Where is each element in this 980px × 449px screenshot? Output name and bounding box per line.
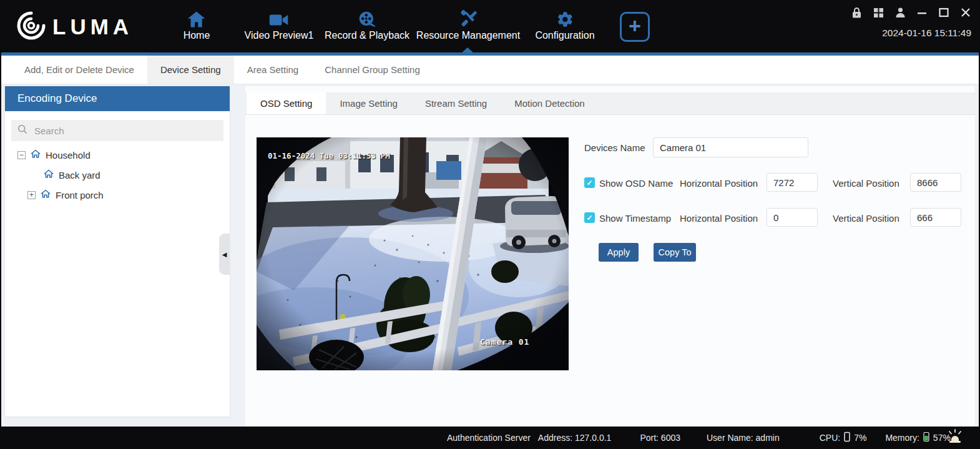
subtab-add-edit-delete-device[interactable]: Add, Edit or Delete Device [11,56,147,84]
tools-icon [458,8,478,28]
window-controls [850,6,973,19]
lock-icon[interactable] [850,6,863,19]
app-window: LUMA Home Video Preview1 [0,0,980,449]
house-icon [41,189,51,200]
nav-record-playback-label: Record & Playback [325,30,409,41]
resource-subtabs: Add, Edit or Delete Device Device Settin… [1,56,979,84]
system-datetime: 2024-01-16 15:11:49 [882,27,971,39]
luma-logo-icon [16,11,46,43]
video-camera-icon [269,8,289,28]
cpu-usage-label: CPU: [820,433,840,443]
camera-preview: 01-16-2024 Tue 03:11:53 PM Camera 01 [257,137,569,370]
search-input[interactable] [33,125,217,137]
memory-usage: Memory: 57% [885,432,950,444]
nav-home-label: Home [184,30,210,41]
close-icon[interactable] [959,6,973,19]
setting-tabs: OSD Setting Image Setting Stream Setting… [245,92,975,115]
nav-configuration-label: Configuration [535,30,594,41]
maximize-icon[interactable] [937,6,951,19]
tab-motion-detection[interactable]: Motion Detection [501,92,599,114]
tree-item-back-yard[interactable]: Back yard [44,167,100,182]
sidebar-title: Encoding Device [5,86,230,111]
nav-record-playback[interactable]: Record & Playback [325,8,409,41]
show-timestamp-checkbox[interactable] [584,212,595,223]
video-osd-timestamp: 01-16-2024 Tue 03:11:53 PM [268,151,390,160]
status-bar: Authentication Server Address: 127.0.0.1… [0,427,980,449]
nav-configuration[interactable]: Configuration [535,8,594,41]
nav-home[interactable]: Home [184,8,210,41]
timestamp-vertical-position-label: Vertical Position [833,213,899,224]
video-osd-name: Camera 01 [480,337,529,347]
apply-button[interactable]: Apply [599,243,639,262]
add-icon: + [629,15,641,36]
expand-node-icon[interactable] [27,191,36,199]
collapse-node-icon[interactable] [17,151,26,159]
tree-item-label: Back yard [59,170,100,180]
logged-in-user: User Name: admin [707,433,780,443]
subtab-device-setting[interactable]: Device Setting [147,56,234,84]
memory-icon [923,432,929,444]
top-header: LUMA Home Video Preview1 [0,0,980,52]
tab-image-setting[interactable]: Image Setting [326,92,411,114]
nav-video-preview[interactable]: Video Preview1 [245,8,314,41]
osd-horizontal-position-input[interactable] [767,173,818,192]
chevron-left-icon: ◀ [222,251,227,258]
alarm-icon[interactable] [946,428,964,446]
brand-name: LUMA [52,12,133,42]
osd-vertical-position-label: Vertical Position [833,178,899,189]
show-osd-name-label: Show OSD Name [599,178,673,189]
memory-usage-label: Memory: [885,433,919,443]
timestamp-horizontal-position-input[interactable] [767,208,818,227]
add-module-button[interactable]: + [620,12,650,42]
active-nav-pointer [461,47,474,53]
devices-name-input[interactable] [653,137,808,157]
minimize-icon[interactable] [915,6,929,19]
timestamp-vertical-position-input[interactable] [910,208,961,227]
subtab-area-setting[interactable]: Area Setting [234,56,312,84]
user-icon[interactable] [893,6,907,19]
timestamp-horizontal-position-label: Horizontal Position [680,213,758,224]
tree-item-household[interactable]: Household [17,147,91,162]
cpu-usage: CPU: 7% [820,432,867,444]
tree-item-label: Household [46,150,91,160]
film-reel-icon [358,8,376,28]
auth-server-port: Port: 6003 [640,433,680,443]
tab-stream-setting[interactable]: Stream Setting [411,92,501,114]
search-icon [17,124,27,137]
tree-item-label: Front porch [56,190,104,200]
osd-vertical-position-input[interactable] [910,173,961,192]
tree-item-front-porch[interactable]: Front porch [27,187,104,202]
cpu-usage-value: 7% [854,433,866,443]
device-tree-panel: Encoding Device Household Back yard [5,86,230,417]
home-icon [187,8,206,28]
auth-server-label: Authentication Server [447,433,531,443]
tab-osd-setting[interactable]: OSD Setting [247,92,326,114]
sidebar-collapse-handle[interactable]: ◀ [219,234,230,275]
house-icon [44,169,54,180]
show-osd-name-checkbox[interactable] [584,177,595,188]
osd-horizontal-position-label: Horizontal Position [680,178,758,189]
camera-video-frame [257,137,569,370]
devices-name-label: Devices Name [584,142,645,153]
layout-grid-icon[interactable] [871,6,885,19]
device-search-box[interactable] [11,120,223,141]
nav-resource-management-label: Resource Management [416,30,520,41]
header-accent-strip [0,52,980,56]
show-timestamp-label: Show Timestamp [599,213,671,224]
nav-video-preview-label: Video Preview1 [245,30,314,41]
auth-server-address: Address: 127.0.0.1 [538,433,612,443]
luma-logo: LUMA [16,11,133,43]
nav-resource-management[interactable]: Resource Management [416,8,520,41]
gear-icon [556,8,574,28]
window-border-left [0,0,1,449]
subtab-channel-group-setting[interactable]: Channel Group Setting [311,56,433,84]
house-icon [31,149,41,160]
cpu-icon [844,432,850,444]
copy-to-button[interactable]: Copy To [654,243,696,262]
